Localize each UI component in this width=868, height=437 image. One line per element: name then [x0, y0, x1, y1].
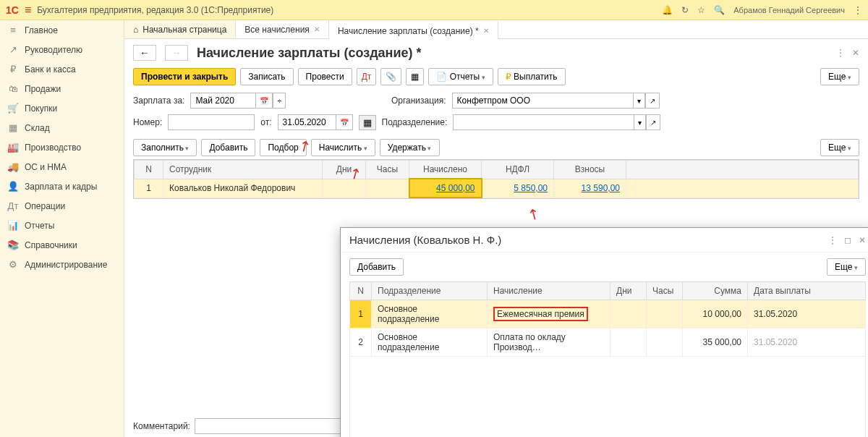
dept-input[interactable]: [453, 114, 634, 130]
number-input[interactable]: [168, 114, 255, 130]
spinner-icon[interactable]: ÷: [273, 93, 286, 109]
post-close-button[interactable]: Провести и закрыть: [133, 68, 236, 85]
close-icon[interactable]: ✕: [483, 27, 489, 35]
overflow-icon[interactable]: ⋮: [854, 5, 862, 15]
calendar-icon[interactable]: 📅: [255, 93, 273, 109]
add-button[interactable]: Добавить: [201, 139, 255, 156]
lock-icon[interactable]: ▦: [359, 115, 376, 130]
maximize-icon[interactable]: ◻: [844, 235, 851, 245]
col-hours: Часы: [366, 161, 409, 179]
col-accrued: Начислено: [409, 161, 482, 179]
ndfl-cell[interactable]: 5 850,00: [482, 179, 554, 198]
sidebar-item-catalogs[interactable]: 📚Справочники: [0, 235, 124, 255]
contrib-cell[interactable]: 13 590,00: [554, 179, 626, 198]
sidebar-item-reports[interactable]: 📊Отчеты: [0, 216, 124, 235]
nav-back-button[interactable]: ←: [133, 45, 156, 61]
pay-button[interactable]: ₽ Выплатить: [498, 68, 566, 85]
form-button[interactable]: ▦: [406, 68, 424, 85]
list-icon: ≡: [7, 25, 19, 35]
org-input[interactable]: [452, 93, 633, 109]
reports-button[interactable]: 📄 Отчеты: [428, 68, 493, 85]
search-icon[interactable]: 🔍: [714, 5, 725, 15]
topbar: 1C ≡ Бухгалтерия предприятия, редакция 3…: [0, 0, 868, 20]
sidebar-item-warehouse[interactable]: ▦Склад: [0, 118, 124, 137]
highlighted-accrual: Ежемесячная премия: [493, 307, 588, 321]
sidebar-item-bank[interactable]: ₽Банк и касса: [0, 59, 124, 79]
sidebar-item-main[interactable]: ≡Главное: [0, 20, 124, 40]
popup-more-button[interactable]: Еще: [827, 258, 866, 276]
popup-add-button[interactable]: Добавить: [349, 258, 404, 276]
more-button[interactable]: Еще: [820, 68, 859, 85]
date-label: от:: [260, 117, 271, 127]
sidebar-item-label: Банк и касса: [25, 64, 76, 75]
accruals-popup: Начисления (Ковальков Н. Ф.) ⋮ ◻ ✕ Добав…: [340, 227, 868, 437]
col-days: Дни: [323, 161, 366, 179]
comment-label: Комментарий:: [133, 421, 190, 431]
sidebar-item-admin[interactable]: ⚙Администрирование: [0, 255, 124, 274]
tabs: ⌂Начальная страница Все начисления✕ Начи…: [124, 20, 868, 39]
table-row[interactable]: 1 Ковальков Николай Федорович 45 000,00 …: [135, 179, 859, 198]
dropdown-icon[interactable]: ▾: [633, 93, 645, 109]
dtkt-icon: Дт: [7, 200, 19, 211]
close-icon[interactable]: ✕: [859, 235, 866, 245]
sidebar-item-label: Справочники: [25, 240, 77, 250]
open-icon[interactable]: ↗: [645, 93, 660, 109]
dropdown-icon[interactable]: ▾: [634, 114, 646, 130]
table-more-button[interactable]: Еще: [820, 139, 859, 156]
open-icon[interactable]: ↗: [646, 114, 660, 130]
dt-kt-button[interactable]: Дт: [357, 68, 377, 85]
employees-table: N Сотрудник Дни Часы Начислено НДФЛ Взно…: [134, 160, 859, 198]
sidebar-item-purchases[interactable]: 🛒Покупки: [0, 98, 124, 118]
books-icon: 📚: [7, 239, 19, 250]
attach-button[interactable]: 📎: [380, 68, 401, 85]
sidebar-item-label: Администрирование: [25, 260, 107, 270]
sidebar-item-label: Главное: [25, 25, 58, 35]
user-name[interactable]: Абрамов Геннадий Сергеевич: [733, 6, 845, 14]
sidebar-item-manager[interactable]: ↗Руководителю: [0, 40, 124, 59]
accrued-cell[interactable]: 45 000,00: [409, 179, 482, 198]
star-icon[interactable]: ☆: [697, 5, 705, 15]
accrue-button[interactable]: Начислить: [311, 139, 375, 156]
post-button[interactable]: Провести: [298, 68, 352, 85]
select-button[interactable]: Подбор: [260, 139, 306, 156]
person-icon: 👤: [7, 181, 19, 192]
sidebar-item-assets[interactable]: 🚚ОС и НМА: [0, 157, 124, 177]
page-title: Начисление зарплаты (создание) *: [197, 46, 422, 61]
calendar-icon[interactable]: 📅: [336, 114, 353, 130]
sidebar-item-sales[interactable]: 🛍Продажи: [0, 79, 124, 98]
popup-title: Начисления (Ковальков Н. Ф.): [349, 234, 501, 246]
form-menu-icon[interactable]: ⋮: [836, 48, 845, 58]
close-icon[interactable]: ✕: [852, 48, 859, 58]
cart-icon: 🛒: [7, 103, 19, 114]
withhold-button[interactable]: Удержать: [380, 139, 440, 156]
org-label: Организация:: [391, 96, 446, 106]
number-label: Номер:: [133, 117, 162, 127]
sidebar-item-production[interactable]: 🏭Производство: [0, 137, 124, 157]
logo-1c: 1C: [6, 4, 19, 16]
save-button[interactable]: Записать: [240, 68, 293, 85]
menu-icon[interactable]: ≡: [25, 4, 31, 17]
bag-icon: 🛍: [7, 83, 19, 94]
col-n: N: [135, 161, 163, 179]
tab-payroll-create[interactable]: Начисление зарплаты (создание) *✕: [329, 21, 498, 39]
table-row[interactable]: 1 Основное подразделение Ежемесячная пре…: [350, 300, 866, 328]
history-icon[interactable]: ↻: [681, 5, 689, 15]
nav-forward-button[interactable]: →: [165, 45, 188, 61]
table-row[interactable]: 2 Основное подразделение Оплата по оклад…: [350, 328, 866, 357]
sidebar-item-label: Склад: [25, 123, 50, 133]
popup-menu-icon[interactable]: ⋮: [828, 235, 837, 245]
fill-button[interactable]: Заполнить: [133, 139, 197, 156]
sidebar-item-label: Покупки: [25, 103, 57, 114]
bell-icon[interactable]: 🔔: [662, 5, 673, 15]
tab-home[interactable]: ⌂Начальная страница: [124, 20, 236, 38]
truck-icon: 🚚: [7, 161, 19, 172]
sidebar-item-label: ОС и НМА: [25, 162, 67, 172]
tab-accruals[interactable]: Все начисления✕: [236, 20, 329, 38]
sidebar-item-operations[interactable]: ДтОперации: [0, 196, 124, 216]
date-input[interactable]: [278, 114, 336, 130]
col-contrib: Взносы: [554, 161, 626, 179]
sidebar-item-hr[interactable]: 👤Зарплата и кадры: [0, 177, 124, 196]
close-icon[interactable]: ✕: [314, 25, 320, 33]
salary-for-input[interactable]: [190, 93, 255, 109]
app-title: Бухгалтерия предприятия, редакция 3.0 (1…: [37, 5, 273, 15]
